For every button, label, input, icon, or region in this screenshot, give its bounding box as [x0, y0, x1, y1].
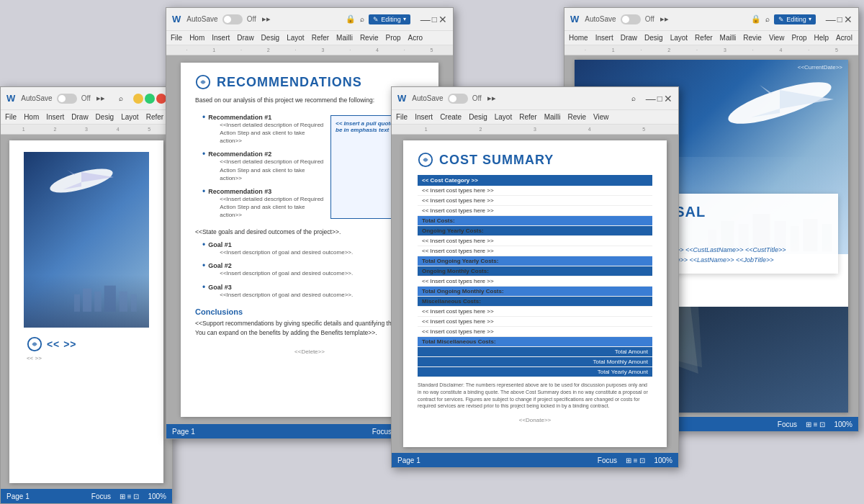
word-icon-4: W: [570, 14, 579, 24]
summary-row-1: Total Amount: [418, 347, 652, 357]
more-btn-2[interactable]: ▸▸: [262, 14, 271, 24]
close-btn-3[interactable]: ✕: [664, 93, 672, 104]
menu-view-3[interactable]: View: [593, 113, 609, 121]
total-monthly-row: Total Ongoing Monthly Costs:: [418, 287, 652, 297]
menu-layout-2[interactable]: Layot: [287, 34, 304, 42]
menu-insert-2[interactable]: Insert: [212, 34, 230, 42]
yearly-section: Ongoing Yearly Costs:: [418, 226, 652, 236]
menu-file-2[interactable]: File: [171, 34, 182, 42]
menu-review-4[interactable]: Revie: [743, 34, 762, 42]
menu-review-3[interactable]: Revie: [567, 113, 586, 121]
window-3[interactable]: W AutoSave Off ▸▸ ⌕ — □ ✕ File Insert Cr…: [391, 86, 679, 468]
window-1[interactable]: W AutoSave Off ▸▸ ⌕ File Hom Insert Draw…: [0, 86, 173, 504]
menu-draw-2[interactable]: Draw: [237, 34, 253, 42]
menu-draw-4[interactable]: Draw: [621, 34, 637, 42]
menu-design-1[interactable]: Desig: [96, 113, 114, 121]
maximize-btn-3[interactable]: □: [657, 93, 662, 104]
win-controls-4: — □ ✕: [826, 14, 852, 25]
airplane-img-1: [31, 156, 117, 206]
ruler-1: 12345: [1, 125, 172, 135]
menu-layout-1[interactable]: Layot: [121, 113, 138, 121]
menu-home-4[interactable]: Home: [569, 34, 588, 42]
autosave-toggle-4[interactable]: [621, 14, 641, 24]
close-btn-1[interactable]: [156, 94, 166, 104]
cost-row-3: << Insert cost types here >>: [418, 206, 652, 216]
page-label-1: Page 1: [6, 492, 30, 500]
autosave-off-4: Off: [645, 15, 654, 23]
win-controls-1: [133, 94, 166, 104]
svg-rect-4: [74, 294, 80, 311]
monthly-section: Ongoing Monthly Costs:: [418, 266, 652, 276]
cost-title: Cost Summary: [418, 152, 652, 168]
cost-row-6: << Insert cost types here >>: [418, 246, 652, 256]
cost-row-13: << Insert cost types here >>: [418, 317, 652, 327]
menu-help-4[interactable]: Help: [814, 34, 829, 42]
ribbon-1: File Hom Insert Draw Desig Layot Refer M…: [1, 110, 172, 125]
word-icon-1: W: [6, 93, 15, 104]
menu-review-2[interactable]: Revie: [360, 34, 379, 42]
menu-file-1[interactable]: File: [5, 113, 17, 121]
more-btn-1[interactable]: ▸▸: [96, 94, 105, 103]
menu-layout-4[interactable]: Layot: [670, 34, 688, 42]
close-btn-4[interactable]: ✕: [844, 14, 852, 25]
more-btn-3[interactable]: ▸▸: [487, 94, 496, 103]
menu-insert-4[interactable]: Insert: [595, 34, 613, 42]
bullet-rec-1: • Recommendation #1 <<Insert detailed de…: [202, 114, 325, 148]
menu-insert-1[interactable]: Insert: [46, 113, 64, 121]
menu-refer-3[interactable]: Refer: [519, 113, 536, 121]
amount-col-header: [595, 175, 652, 186]
svg-rect-6: [94, 291, 102, 311]
menu-design-4[interactable]: Desig: [644, 34, 663, 42]
menu-mail-3[interactable]: Mailli: [544, 113, 561, 121]
menu-prop-2[interactable]: Prop: [385, 34, 400, 42]
minimize-btn-1[interactable]: [133, 94, 143, 104]
menu-refer-2[interactable]: Refer: [312, 34, 329, 42]
focus-label-3: Focus: [598, 456, 617, 464]
autosave-toggle-2[interactable]: [222, 14, 243, 24]
minimize-btn-4[interactable]: —: [826, 14, 836, 25]
menu-acro-4[interactable]: Acrol: [836, 34, 852, 42]
menu-insert-3[interactable]: Insert: [415, 113, 433, 121]
menu-prop-4[interactable]: Prop: [791, 34, 806, 42]
autosave-off-1: Off: [81, 94, 91, 102]
autosave-off-3: Off: [472, 94, 482, 102]
menu-home-2[interactable]: Hom: [189, 34, 204, 42]
cost-table: << Cost Category >> << Insert cost types…: [418, 175, 652, 377]
status-bar-1: Page 1 Focus ⊞ ≡ ⊡ 100%: [1, 489, 172, 503]
menu-draw-1[interactable]: Draw: [71, 113, 88, 121]
doc-page-1: << >> << >>: [9, 140, 163, 483]
misc-section: Miscellaneous Costs:: [418, 297, 652, 307]
menu-create-3[interactable]: Create: [440, 113, 462, 121]
cost-row-9: << Insert cost types here >>: [418, 276, 652, 287]
city-svg-1: [74, 266, 150, 328]
cost-row-2: << Insert cost types here >>: [418, 196, 652, 206]
menu-design-2[interactable]: Desig: [261, 34, 280, 42]
menu-refer-4[interactable]: Refer: [695, 34, 712, 42]
menu-acro-2[interactable]: Acro: [408, 34, 423, 42]
title-bar-2: W AutoSave Off ▸▸ 🔒 ⌕ ✎ Editing ▾ — □ ✕: [166, 8, 453, 31]
menu-file-3[interactable]: File: [396, 113, 408, 121]
close-btn-2[interactable]: ✕: [438, 14, 447, 25]
autosave-toggle-1[interactable]: [57, 94, 77, 104]
rec-main-col: • Recommendation #1 <<Insert detailed de…: [195, 111, 325, 224]
bullet-rec-3: • Recommendation #3 <<Insert detailed de…: [202, 188, 325, 222]
menu-mail-2[interactable]: Mailli: [336, 34, 353, 42]
minimize-btn-2[interactable]: —: [420, 14, 431, 25]
cost-row-12: << Insert cost types here >>: [418, 307, 652, 317]
menu-mail-4[interactable]: Mailli: [720, 34, 737, 42]
menu-layout-3[interactable]: Layot: [495, 113, 512, 121]
proposal-date: <<CurrentDate>>: [798, 64, 842, 71]
menu-view-4[interactable]: View: [769, 34, 785, 42]
menu-refer-1[interactable]: Refer: [146, 113, 163, 121]
maximize-btn-1[interactable]: [145, 94, 155, 104]
zoom-label-3: 100%: [654, 456, 672, 464]
maximize-btn-4[interactable]: □: [837, 14, 842, 25]
menu-design-3[interactable]: Desig: [469, 113, 487, 121]
cost-row-5: << Insert cost types here >>: [418, 236, 652, 246]
editing-badge-4: ✎ Editing ▾: [774, 14, 816, 24]
minimize-btn-3[interactable]: —: [646, 93, 656, 104]
menu-home-1[interactable]: Hom: [24, 113, 39, 121]
maximize-btn-2[interactable]: □: [432, 14, 437, 25]
more-btn-4[interactable]: ▸▸: [660, 14, 669, 24]
autosave-toggle-3[interactable]: [448, 94, 468, 104]
